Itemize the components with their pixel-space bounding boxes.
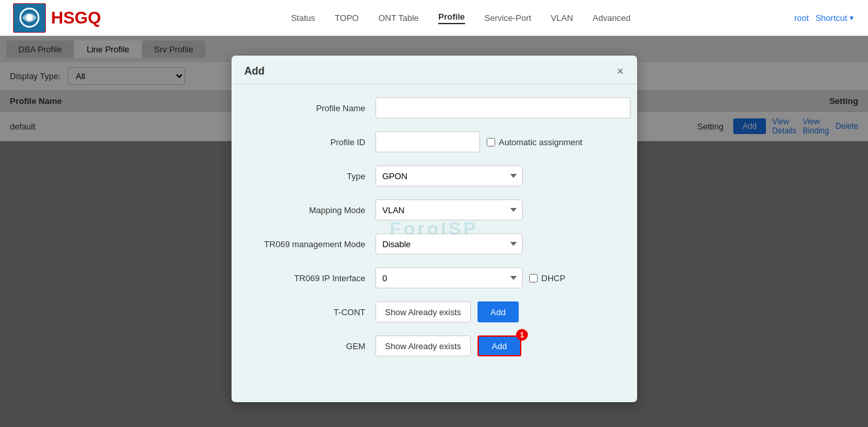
input-profile-name[interactable]: [375, 97, 631, 118]
form-row-tr069-ip: TR069 IP Interface 0 DHCP: [258, 267, 611, 288]
form-row-gem: GEM Show Already exists Add 1: [258, 335, 611, 356]
nav-right: root Shortcut ▼: [794, 13, 855, 23]
tcont-add-button[interactable]: Add: [477, 301, 519, 322]
topnav: HSGQ Status TOPO ONT Table Profile Servi…: [0, 0, 868, 36]
modal: ForoISP Add × Profile Name Profile ID: [232, 56, 637, 402]
label-tr069-ip: TR069 IP Interface: [258, 273, 375, 283]
chevron-down-icon: ▼: [848, 14, 855, 22]
logo-icon: [13, 3, 46, 33]
nav-links: Status TOPO ONT Table Profile Service-Po…: [128, 12, 795, 24]
form-row-tcont: T-CONT Show Already exists Add: [258, 301, 611, 322]
label-profile-id: Profile ID: [258, 137, 375, 147]
form-row-profile-name: Profile Name: [258, 97, 611, 118]
page-bg: DBA Profile Line Profile Srv Profile Dis…: [0, 36, 868, 427]
form-row-mapping-mode: Mapping Mode VLAN: [258, 199, 611, 220]
nav-topo[interactable]: TOPO: [335, 13, 359, 23]
nav-profile[interactable]: Profile: [438, 12, 464, 24]
label-type: Type: [258, 171, 375, 181]
nav-advanced[interactable]: Advanced: [593, 13, 631, 23]
logo-area: HSGQ: [13, 3, 101, 33]
nav-service-port[interactable]: Service-Port: [485, 13, 532, 23]
label-tcont: T-CONT: [258, 307, 375, 317]
modal-body: Profile Name Profile ID Automatic assign…: [232, 84, 637, 383]
dhcp-checkbox[interactable]: [529, 274, 538, 282]
label-mapping-mode: Mapping Mode: [258, 205, 375, 215]
nav-status[interactable]: Status: [291, 13, 315, 23]
label-gem: GEM: [258, 341, 375, 351]
label-profile-name: Profile Name: [258, 103, 375, 113]
nav-ont-table[interactable]: ONT Table: [378, 13, 419, 23]
modal-close-button[interactable]: ×: [617, 65, 624, 77]
nav-shortcut[interactable]: Shortcut ▼: [816, 13, 855, 23]
form-row-profile-id: Profile ID Automatic assignment: [258, 131, 611, 152]
input-profile-id[interactable]: [375, 131, 480, 152]
select-tr069-mgmt[interactable]: Disable: [375, 233, 523, 254]
auto-assign-checkbox[interactable]: [487, 138, 495, 146]
dhcp-label: DHCP: [542, 273, 566, 283]
select-type[interactable]: GPON: [375, 165, 523, 186]
svg-point-2: [26, 14, 33, 21]
gem-show-already-btn[interactable]: Show Already exists: [375, 335, 471, 356]
auto-assign-label: Automatic assignment: [499, 137, 583, 147]
nav-vlan[interactable]: VLAN: [551, 13, 573, 23]
select-mapping-mode[interactable]: VLAN: [375, 199, 523, 220]
gem-add-badge-wrap: Add 1: [471, 335, 521, 356]
form-row-tr069-mgmt: TR069 management Mode Disable: [258, 233, 611, 254]
form-row-type: Type GPON: [258, 165, 611, 186]
gem-add-button[interactable]: Add: [477, 335, 521, 356]
nav-user[interactable]: root: [794, 13, 808, 23]
select-tr069-ip[interactable]: 0: [375, 267, 523, 288]
modal-title: Add: [245, 65, 265, 77]
modal-overlay: ForoISP Add × Profile Name Profile ID: [0, 36, 868, 427]
modal-header: Add ×: [232, 56, 637, 84]
gem-badge: 1: [516, 329, 528, 341]
dhcp-area: DHCP: [529, 273, 566, 283]
tcont-show-already-btn[interactable]: Show Already exists: [375, 301, 471, 322]
auto-assign-area: Automatic assignment: [487, 137, 583, 147]
label-tr069-mgmt: TR069 management Mode: [258, 239, 375, 249]
logo-text: HSGQ: [51, 8, 101, 28]
